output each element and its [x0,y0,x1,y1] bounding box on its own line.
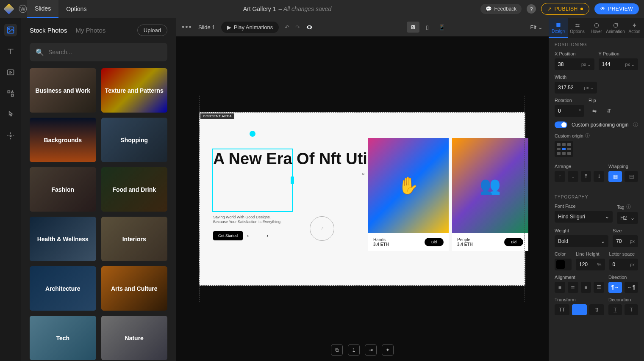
category-tech[interactable]: Tech [30,316,96,360]
category-food[interactable]: Food and Drink [101,167,168,212]
visibility-icon[interactable]: 👁‍🗨 [306,24,313,30]
redo-button[interactable]: ↷ [295,24,300,30]
x-value[interactable] [555,61,578,67]
nft-card-1[interactable]: ✋ Hands 3.4 ETH Bid [368,138,449,251]
width-value[interactable] [555,85,580,91]
wordpress-icon[interactable]: ⓦ [19,3,27,15]
arrange-front-button[interactable]: ⤒ [581,171,591,182]
x-unit[interactable]: px ⌄ [578,62,594,67]
emoji-handle-icon[interactable] [250,131,255,137]
width-input[interactable]: px ⌄ [555,82,597,94]
tab-stock-photos[interactable]: Stock Photos [30,27,67,34]
flip-h-button[interactable]: ⇋ [588,105,600,117]
rail-interactive-icon[interactable] [4,108,17,121]
category-textures[interactable]: Texture and Patterns [101,68,168,113]
preview-button[interactable]: 👁 PREVIEW [594,3,639,14]
device-desktop-button[interactable]: 🖥 [407,22,419,33]
rotation-value[interactable] [555,108,576,114]
lineheight-input[interactable]: % [576,259,605,270]
info-icon[interactable]: ⓘ [633,121,638,128]
slide-number-button[interactable]: 1 [348,344,360,356]
more-menu-icon[interactable]: ••• [182,23,192,32]
insp-tab-design[interactable]: Design [549,18,568,38]
info-icon[interactable]: ⓘ [585,132,590,139]
arrow-left-icon[interactable]: ⟵ [247,233,254,239]
category-health[interactable]: Health & Wellness [30,217,96,261]
publish-button[interactable]: ↗ PUBLISH [541,3,589,15]
y-unit[interactable]: px ⌄ [622,62,638,67]
x-input[interactable]: px ⌄ [555,58,594,70]
arrange-down-button[interactable]: ↓ [568,171,578,182]
width-unit[interactable]: px ⌄ [580,85,597,91]
duplicate-slide-button[interactable]: ⧉ [331,344,343,356]
y-input[interactable]: px ⌄ [599,58,638,70]
rail-text-icon[interactable] [4,45,17,58]
rail-move-icon[interactable] [4,130,17,142]
insp-tab-action[interactable]: Action [625,18,644,38]
color-swatch[interactable] [555,259,572,270]
zoom-fit-dropdown[interactable]: Fit ⌄ [530,24,543,30]
category-shopping[interactable]: Shopping [101,118,168,162]
category-business[interactable]: Business and Work [30,68,96,113]
play-animations-button[interactable]: ▶ Play Animations [221,22,279,33]
category-interiors[interactable]: Interiors [101,217,168,261]
lh-value[interactable] [576,262,594,267]
nav-arrows[interactable]: ⟵⟶ [247,233,268,239]
nft-card-2[interactable]: 👥 People 3.4 ETH Bid [452,138,528,251]
rail-video-icon[interactable] [4,66,17,79]
tab-options[interactable]: Options [58,0,94,18]
slide-canvas[interactable]: CONTENT AREA A New Era Of Nft Utility Sa… [199,112,525,286]
transform-lower-button[interactable]: tt [589,304,604,315]
canvas-viewport[interactable]: CONTENT AREA A New Era Of Nft Utility Sa… [176,36,549,361]
help-button[interactable]: ? [527,4,536,14]
insp-tab-hover[interactable]: Hover [587,18,606,38]
transform-upper-button[interactable]: TT [555,304,569,315]
hero-subtitle[interactable]: Saving World With Good Designs. Because … [213,215,282,225]
tab-slides[interactable]: Slides [27,0,58,18]
wrap-off-button[interactable]: ▤ [625,171,638,182]
origin-grid[interactable] [555,141,573,157]
get-started-button[interactable]: Get Started [213,231,243,240]
flip-v-button[interactable]: ⇵ [603,105,615,117]
bid-button[interactable]: Bid [504,238,523,246]
insp-tab-options[interactable]: Options [568,18,587,38]
rotation-input[interactable]: ° [555,105,584,117]
search-box[interactable]: 🔍 [30,43,167,61]
transform-title-button[interactable]: Tt [572,304,587,315]
size-value[interactable] [613,238,626,244]
category-architecture[interactable]: Architecture [30,266,96,311]
align-justify-button[interactable]: ☰ [594,282,604,293]
tab-my-photos[interactable]: My Photos [75,27,105,34]
align-left-button[interactable]: ≡ [555,282,565,293]
search-input[interactable] [48,49,161,55]
device-mobile-button[interactable]: 📱 [436,22,448,33]
y-value[interactable] [599,61,622,67]
arrange-back-button[interactable]: ⤓ [594,171,604,182]
explore-more-badge[interactable]: ↗ [310,216,334,241]
align-center-button[interactable]: ≣ [568,282,578,293]
insp-tab-animation[interactable]: Animation [606,18,625,38]
weight-select[interactable]: Bold⌄ [555,235,608,247]
bid-button[interactable]: Bid [425,238,444,246]
info-icon[interactable]: ⓘ [626,204,631,210]
deco-strike-button[interactable]: T [625,304,638,315]
device-tablet-button[interactable]: ▯ [421,22,434,33]
dir-ltr-button[interactable]: ¶→ [608,282,622,293]
font-select[interactable]: Hind Siliguri⌄ [555,211,613,223]
import-slide-button[interactable]: ⇥ [365,344,377,356]
upload-button[interactable]: Upload [137,25,167,36]
wrap-on-button[interactable]: ▦ [608,171,622,182]
category-arts[interactable]: Arts and Culture [101,266,168,311]
category-backgrounds[interactable]: Backgrounds [30,118,96,162]
arrange-up-button[interactable]: ↑ [555,171,565,182]
add-slide-button[interactable]: ✦ [382,344,394,356]
dir-rtl-button[interactable]: ←¶ [625,282,638,293]
size-input[interactable]: px [613,235,638,247]
app-logo-icon[interactable] [3,3,14,14]
ls-value[interactable] [609,262,627,267]
custom-origin-toggle[interactable] [555,121,567,128]
arrow-right-icon[interactable]: ⟶ [261,233,268,239]
rail-image-icon[interactable] [4,24,17,36]
tag-select[interactable]: H2⌄ [617,212,638,224]
feedback-button[interactable]: 💬 Feedback [480,4,522,14]
